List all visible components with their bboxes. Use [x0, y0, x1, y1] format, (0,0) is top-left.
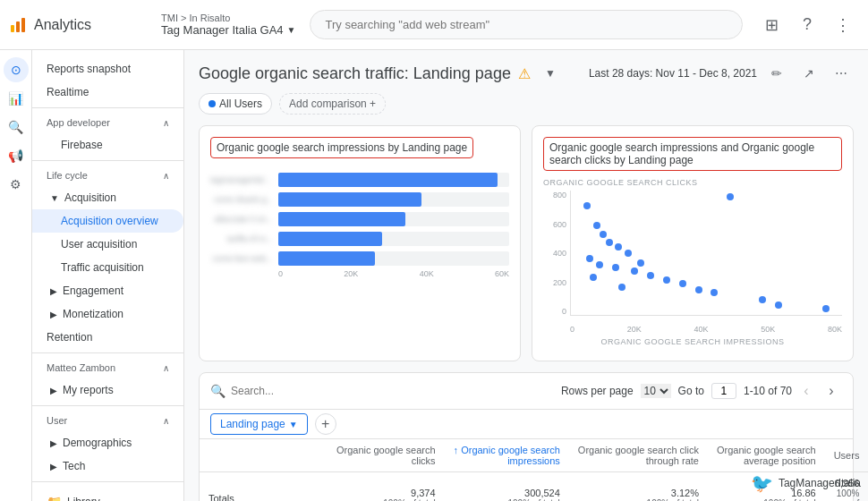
- th-impressions[interactable]: ↑ Organic google searchimpressions: [445, 439, 569, 472]
- scatter-y-label: 800: [553, 191, 566, 200]
- scatter-y-title: ORGANIC GOOGLE SEARCH CLICKS: [543, 178, 842, 187]
- tech-label: Tech: [63, 460, 85, 472]
- chevron-right-icon-5: ▶: [50, 462, 57, 471]
- sidebar-item-library[interactable]: 📁 Library: [32, 489, 183, 501]
- th-clicks[interactable]: Organic google searchclicks: [328, 439, 445, 472]
- rail-advertising-icon[interactable]: 📢: [4, 143, 29, 168]
- scatter-dot: [593, 222, 600, 229]
- bar-fill: [278, 192, 421, 207]
- acquisition-label: Acquisition: [64, 191, 116, 204]
- dimension-chip[interactable]: Landing page ▼: [210, 413, 308, 435]
- icon-rail: ⊙ 📊 🔍 📢 ⚙: [0, 50, 32, 501]
- th-ctr[interactable]: Organic google search clickthrough rate: [569, 439, 708, 472]
- rail-home-icon[interactable]: ⊙: [4, 57, 29, 82]
- bar-row: come disarle g...: [210, 192, 509, 207]
- help-icon[interactable]: ?: [793, 11, 821, 39]
- rail-settings-icon[interactable]: ⚙: [4, 172, 29, 197]
- sidebar-item-firebase[interactable]: Firebase: [32, 133, 183, 157]
- scatter-x-label: 20K: [627, 325, 642, 334]
- sidebar-item-reports-snapshot[interactable]: Reports snapshot: [32, 57, 183, 81]
- scatter-y-label: 600: [553, 220, 566, 229]
- sidebar-item-realtime[interactable]: Realtime: [32, 81, 183, 104]
- warning-icon[interactable]: ⚠: [518, 65, 531, 82]
- realtime-label: Realtime: [47, 86, 89, 98]
- go-to-input[interactable]: [711, 383, 736, 399]
- property-selector[interactable]: Tag Manager Italia GA4 ▼: [161, 23, 295, 37]
- sidebar-item-acquisition[interactable]: ▼ Acquisition: [32, 186, 183, 209]
- chevron-up-icon-2: ∧: [163, 171, 169, 181]
- th-users[interactable]: Users: [825, 439, 868, 472]
- scatter-dot: [625, 250, 632, 257]
- bar-label: allacciate il cin...: [210, 215, 273, 224]
- next-page-button[interactable]: ›: [821, 380, 842, 402]
- sidebar-item-monetization[interactable]: ▶ Monetization: [32, 302, 183, 326]
- sidebar-section-reports: Reports snapshot Realtime: [32, 57, 183, 104]
- rail-explore-icon[interactable]: 🔍: [4, 115, 29, 140]
- title-chevron-icon[interactable]: ▼: [538, 61, 563, 86]
- add-comparison-button[interactable]: Add comparison +: [279, 93, 386, 115]
- search-input[interactable]: [310, 10, 743, 39]
- prev-page-button[interactable]: ‹: [796, 380, 817, 402]
- scatter-dot: [775, 301, 782, 309]
- sidebar-item-traffic-acquisition[interactable]: Traffic acquisition: [32, 256, 183, 279]
- nav-account[interactable]: TMI > In Risalto Tag Manager Italia GA4 …: [161, 13, 295, 37]
- table-search-input[interactable]: [231, 385, 554, 397]
- sidebar-section-lifecycle-header[interactable]: Life cycle ∧: [32, 165, 183, 186]
- bar-axis-label: 60K: [495, 269, 509, 278]
- sidebar-item-tech[interactable]: ▶ Tech: [32, 454, 183, 478]
- all-users-chip[interactable]: All Users: [199, 93, 272, 115]
- chevron-up-icon-4: ∧: [163, 416, 169, 426]
- scatter-chart-card: Organic google search impressions and Or…: [532, 125, 854, 361]
- dimension-chip-label: Landing page: [220, 418, 285, 430]
- th-avg-pos[interactable]: Organic google searchaverage position: [708, 439, 825, 472]
- share-icon[interactable]: ↗: [796, 61, 821, 86]
- scatter-dot: [631, 267, 638, 275]
- bar-label: tariffa-rif-rn...: [210, 234, 273, 243]
- bar-row: tariffa-rif-rn...: [210, 232, 509, 246]
- bar-fill: [278, 232, 382, 246]
- rows-per-page-select[interactable]: 102550: [641, 384, 671, 398]
- edit-icon[interactable]: ✏: [764, 61, 789, 86]
- table-pagination: Rows per page 102550 Go to 1-10 of 70 ‹ …: [561, 380, 842, 402]
- sidebar-item-retention[interactable]: Retention: [32, 326, 183, 349]
- acquisition-overview-label: Acquisition overview: [61, 215, 158, 227]
- scatter-dot: [615, 243, 622, 250]
- scatter-x-axis: 020K40K50K80K: [570, 325, 842, 334]
- sidebar-item-engagement[interactable]: ▶ Engagement: [32, 279, 183, 302]
- scatter-x-label: 0: [570, 325, 574, 334]
- more-vert-icon[interactable]: ⋮: [829, 11, 857, 39]
- scatter-area: 8006004002000 020K40K50K80K: [543, 191, 842, 334]
- sidebar-divider-4: [32, 405, 183, 406]
- add-dimension-button[interactable]: +: [315, 413, 336, 435]
- rail-reports-icon[interactable]: 📊: [4, 86, 29, 111]
- bar-row: allacciate il cin...: [210, 212, 509, 226]
- bar-track: [278, 251, 509, 266]
- bar-chart-card: Organic google search impressions by Lan…: [199, 125, 521, 361]
- bar-track: [278, 173, 509, 187]
- sidebar-section-matteo-header[interactable]: Matteo Zambon ∧: [32, 357, 183, 378]
- main-layout: ⊙ 📊 🔍 📢 ⚙ Reports snapshot Realtime App …: [0, 0, 868, 501]
- nav-actions: ⊞ ? ⋮: [757, 11, 857, 39]
- library-icon: 📁: [47, 495, 62, 501]
- header-actions: Last 28 days: Nov 11 - Dec 8, 2021 ✏ ↗ ⋯: [589, 61, 854, 86]
- sidebar-item-demographics[interactable]: ▶ Demographics: [32, 431, 183, 454]
- go-to-label: Go to: [678, 385, 704, 397]
- sidebar-section-app-developer[interactable]: App developer ∧: [32, 112, 183, 133]
- scatter-dot: [586, 255, 593, 262]
- bar-axis-label: 40K: [420, 269, 434, 278]
- totals-impressions: 300,524 100% of total: [445, 472, 569, 502]
- sidebar-section-user-header[interactable]: User ∧: [32, 410, 183, 431]
- scatter-x-label: 50K: [761, 325, 775, 334]
- sidebar-item-acquisition-overview[interactable]: Acquisition overview: [32, 209, 183, 233]
- sidebar-item-user-acquisition[interactable]: User acquisition: [32, 233, 183, 256]
- bar-chart-axis: 020K40K60K: [210, 269, 509, 278]
- apps-icon[interactable]: ⊞: [757, 11, 786, 39]
- sidebar: Reports snapshot Realtime App developer …: [32, 50, 184, 501]
- scatter-dot: [612, 264, 619, 271]
- add-comparison-label: Add comparison +: [289, 98, 376, 110]
- sidebar-item-my-reports[interactable]: ▶ My reports: [32, 378, 183, 402]
- sidebar-divider-1: [32, 107, 183, 108]
- more-options-icon[interactable]: ⋯: [829, 61, 854, 86]
- footer-logo-text: TagManagerItalia: [779, 477, 861, 489]
- demographics-label: Demographics: [63, 437, 132, 449]
